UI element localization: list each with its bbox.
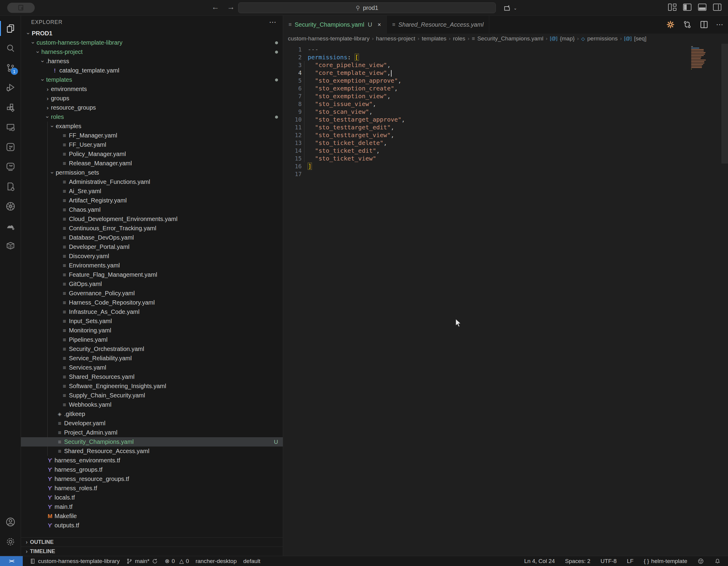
tree-item-file[interactable]: ≡Ai_Sre.yaml (21, 187, 283, 196)
terraform-cloud-icon[interactable] (0, 157, 21, 177)
chevron-down-icon[interactable]: › (30, 40, 37, 46)
copilot-menu[interactable]: ⌄ (503, 4, 517, 13)
kubernetes-icon[interactable] (0, 197, 21, 216)
tree-item-file[interactable]: ≡FF_Manager.yaml (21, 131, 283, 140)
search-sidebar-icon[interactable] (0, 38, 21, 58)
tree-item-file[interactable]: ≡Artifact_Registry.yaml (21, 196, 283, 205)
settings-gear-icon[interactable] (0, 532, 21, 552)
ai-starburst-icon[interactable] (666, 20, 675, 29)
chevron-down-icon[interactable]: › (25, 30, 32, 37)
tree-item-file[interactable]: ≡Governance_Policy.yaml (21, 289, 283, 298)
tree-item-file[interactable]: !catalog_template.yaml (21, 66, 283, 75)
chevron-right-icon[interactable]: › (44, 105, 51, 111)
tree-item-file[interactable]: ≡Pipelines.yaml (21, 335, 283, 344)
encoding-indicator[interactable]: UTF-8 (601, 558, 617, 565)
outline-section[interactable]: › OUTLINE (21, 537, 283, 547)
tree-item-file[interactable]: ≡Policy_Manager.yaml (21, 150, 283, 159)
tree-item-file[interactable]: ϒharness_resource_groups.tf (21, 474, 283, 484)
tree-item-file[interactable]: ϒharness_groups.tf (21, 465, 283, 474)
open-changes-icon[interactable] (682, 20, 692, 29)
minimap[interactable] (691, 46, 720, 72)
branch-indicator[interactable]: main* (126, 558, 158, 565)
tree-item-file[interactable]: ϒmain.tf (21, 502, 283, 511)
tree-item-file[interactable]: ≡Developer_Portal.yaml (21, 242, 283, 252)
tree-item-folder[interactable]: ›harness-project (21, 47, 283, 57)
code-line[interactable]: 2permissions: [ (283, 53, 689, 61)
chevron-down-icon[interactable]: › (49, 170, 56, 176)
tree-item-folder[interactable]: ›custom-harness-template-library (21, 38, 283, 47)
code-line[interactable]: 15 "sto_ticket_view" (283, 155, 689, 162)
tree-item-file[interactable]: ≡Security_Champions.yamlU (21, 437, 283, 446)
tree-item-file[interactable]: ≡Supply_Chain_Security.yaml (21, 391, 283, 400)
code-line[interactable]: 10 "sto_testtarget_approve", (283, 116, 689, 123)
tree-item-file[interactable]: ≡Monitoring.yaml (21, 326, 283, 335)
code-line[interactable]: 16] (283, 162, 689, 170)
tree-item-file[interactable]: ≡Release_Manager.yaml (21, 159, 283, 168)
tree-item-folder[interactable]: ›examples (21, 122, 283, 131)
window-proxy-button[interactable] (7, 3, 35, 13)
tree-item-file[interactable]: ≡FF_User.yaml (21, 140, 283, 150)
nav-back-icon[interactable]: ← (212, 2, 219, 12)
code-line[interactable]: 11 "sto_testtarget_edit", (283, 123, 689, 131)
tree-item-file[interactable]: ≡Infrastruce_As_Code.yaml (21, 307, 283, 316)
customize-layout-button[interactable] (668, 4, 676, 11)
file-settings-icon[interactable] (0, 177, 21, 197)
eol-indicator[interactable]: LF (627, 558, 633, 565)
chevron-down-icon[interactable]: › (40, 58, 46, 65)
indentation-indicator[interactable]: Spaces: 2 (565, 558, 590, 565)
breadcrumb-item[interactable]: harness-project (376, 35, 415, 42)
container-box-icon[interactable] (0, 236, 21, 256)
code-line[interactable]: 17 (283, 170, 689, 178)
tree-item-file[interactable]: ≡Chaos.yaml (21, 205, 283, 215)
tree-item-file[interactable]: ◈.gitkeep (21, 409, 283, 419)
problems-indicator[interactable]: ⊗ 0 △ 0 (165, 558, 189, 565)
tree-item-file[interactable]: ≡Service_Reliability.yaml (21, 354, 283, 363)
code-line[interactable]: 9 "sto_scan_view", (283, 108, 689, 116)
code-line[interactable]: 7 "sto_exemption_view", (283, 92, 689, 100)
tree-item-file[interactable]: ≡Services.yaml (21, 363, 283, 372)
tree-item-file[interactable]: ϒharness_environments.tf (21, 456, 283, 465)
tree-item-file[interactable]: ≡Project_Admin.yaml (21, 428, 283, 437)
tree-item-file[interactable]: ≡Administrative_Functions.yaml (21, 177, 283, 187)
tree-item-file[interactable]: ≡Webhooks.yaml (21, 400, 283, 409)
tree-item-file[interactable]: ≡Harness_Code_Repository.yaml (21, 298, 283, 307)
run-debug-icon[interactable] (0, 78, 21, 98)
split-editor-icon[interactable] (699, 20, 709, 29)
code-line[interactable]: 5 "sto_exemption_approve", (283, 77, 689, 85)
nav-forward-icon[interactable]: → (227, 2, 235, 12)
source-control-icon[interactable]: 1 (0, 58, 21, 78)
tree-item-file[interactable]: ≡Database_DevOps.yaml (21, 233, 283, 242)
code-line[interactable]: 8 "sto_issue_view", (283, 100, 689, 108)
language-mode[interactable]: { } helm-template (644, 558, 687, 565)
repo-indicator[interactable]: custom-harness-template-library (29, 558, 120, 565)
code-line[interactable]: 13 "sto_ticket_delete", (283, 139, 689, 147)
breadcrumb-item[interactable]: custom-harness-template-library (288, 35, 369, 42)
cloud-hill-icon[interactable] (0, 216, 21, 236)
tree-item-file[interactable]: ≡Developer.yaml (21, 419, 283, 428)
breadcrumb-item[interactable]: roles (453, 35, 465, 42)
explorer-more-actions-icon[interactable]: ⋯ (269, 18, 277, 26)
toggle-secondary-sidebar-button[interactable] (713, 4, 721, 11)
tree-item-file[interactable]: ≡GitOps.yaml (21, 280, 283, 289)
tree-item-folder[interactable]: ›PROD1 (21, 29, 283, 38)
cursor-position[interactable]: Ln 4, Col 24 (524, 558, 555, 565)
terraform-icon[interactable] (0, 137, 21, 157)
tree-item-folder[interactable]: ›environments (21, 85, 283, 94)
breadcrumb-item[interactable]: permissions (587, 35, 617, 42)
tree-item-folder[interactable]: ›resource_groups (21, 103, 283, 112)
tree-item-file[interactable]: ≡Cloud_Development_Environments.yaml (21, 215, 283, 224)
tree-item-folder[interactable]: ›templates (21, 75, 283, 85)
chevron-right-icon[interactable]: › (44, 86, 51, 93)
tree-item-file[interactable]: ≡Security_Orchestration.yaml (21, 344, 283, 354)
breadcrumb-item[interactable]: {map} (560, 35, 575, 42)
tree-item-folder[interactable]: ›.harness (21, 57, 283, 66)
tree-item-file[interactable]: ≡Shared_Resource_Access.yaml (21, 446, 283, 456)
code-line[interactable]: 6 "sto_exemption_create", (283, 85, 689, 92)
chevron-down-icon[interactable]: › (40, 77, 46, 83)
code-line[interactable]: 3 "core_pipeline_view", (283, 61, 689, 69)
chevron-down-icon[interactable]: › (44, 114, 51, 120)
tab-security-champions[interactable]: ≡ Security_Champions.yaml U × (283, 16, 387, 34)
code-line[interactable]: 4 "core_template_view", (283, 69, 689, 77)
code-line[interactable]: 12 "sto_testtarget_view", (283, 131, 689, 139)
tree-item-file[interactable]: ≡Feature_Flag_Management.yaml (21, 270, 283, 280)
